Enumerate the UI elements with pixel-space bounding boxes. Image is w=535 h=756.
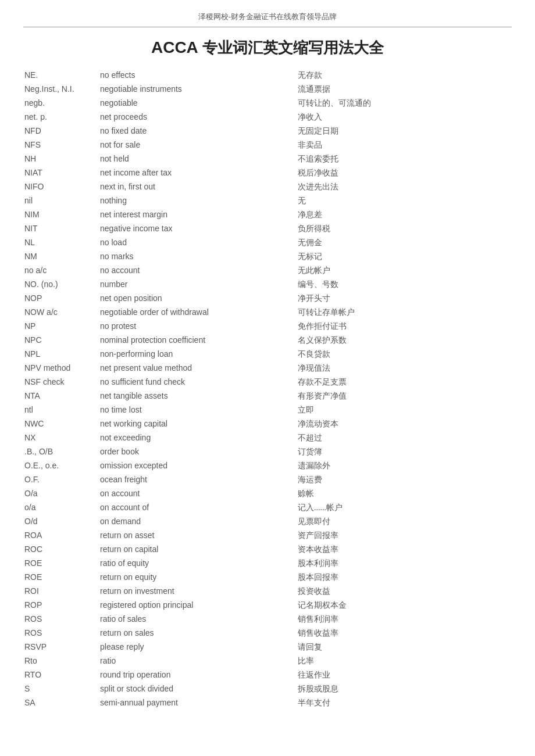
- cell-chinese: 比率: [297, 654, 512, 668]
- cell-english: net proceeds: [99, 110, 297, 124]
- cell-abbr: negb.: [23, 96, 99, 110]
- cell-english: return on asset: [99, 529, 297, 543]
- cell-chinese: 见票即付: [297, 515, 512, 529]
- cell-abbr: no a/c: [23, 264, 99, 278]
- table-row: O/aon account赊帐: [23, 487, 512, 501]
- cell-chinese: 免作拒付证书: [297, 320, 512, 334]
- table-row: NMno marks无标记: [23, 250, 512, 264]
- cell-abbr: NWC: [23, 417, 99, 431]
- table-row: ntlno time lost立即: [23, 403, 512, 417]
- cell-chinese: 无佣金: [297, 236, 512, 250]
- cell-chinese: 投资收益: [297, 585, 512, 599]
- table-row: NE.no effects无存款: [23, 69, 512, 83]
- table-row: NXnot exceeding不超过: [23, 431, 512, 445]
- table-row: ROEratio of equity股本利润率: [23, 557, 512, 571]
- table-row: RSVPplease reply请回复: [23, 640, 512, 654]
- cell-abbr: NOW a/c: [23, 306, 99, 320]
- table-row: NIFOnext in, first out次进先出法: [23, 180, 512, 194]
- cell-english: return on equity: [99, 571, 297, 585]
- cell-abbr: NO. (no.): [23, 278, 99, 292]
- table-row: O.F.ocean freight海运费: [23, 473, 512, 487]
- cell-chinese: 赊帐: [297, 487, 512, 501]
- cell-english: omission excepted: [99, 459, 297, 473]
- cell-chinese: 遗漏除外: [297, 459, 512, 473]
- cell-english: on demand: [99, 515, 297, 529]
- cell-abbr: S: [23, 682, 99, 696]
- cell-abbr: SA: [23, 696, 99, 710]
- cell-chinese: 股本回报率: [297, 571, 512, 585]
- cell-english: return on investment: [99, 585, 297, 599]
- cell-english: net working capital: [99, 417, 297, 431]
- table-row: NLno load无佣金: [23, 236, 512, 250]
- table-row: NSF checkno sufficient fund check存款不足支票: [23, 375, 512, 389]
- cell-english: order book: [99, 445, 297, 459]
- cell-english: on account: [99, 487, 297, 501]
- table-row: ROIreturn on investment投资收益: [23, 585, 512, 599]
- table-row: ROPregistered option principal记名期权本金: [23, 599, 512, 612]
- cell-abbr: O/d: [23, 515, 99, 529]
- cell-chinese: 无此帐户: [297, 264, 512, 278]
- cell-chinese: 非卖品: [297, 138, 512, 152]
- table-row: ROEreturn on equity股本回报率: [23, 571, 512, 585]
- cell-chinese: 销售收益率: [297, 626, 512, 640]
- cell-abbr: NIFO: [23, 180, 99, 194]
- table-row: ROSreturn on sales销售收益率: [23, 626, 512, 640]
- table-row: no a/cno account无此帐户: [23, 264, 512, 278]
- cell-abbr: O.E., o.e.: [23, 459, 99, 473]
- cell-chinese: 立即: [297, 403, 512, 417]
- table-row: ROCreturn on capital资本收益率: [23, 543, 512, 557]
- cell-english: no fixed date: [99, 124, 297, 138]
- table-row: NIMnet interest margin净息差: [23, 208, 512, 222]
- cell-english: no effects: [99, 69, 297, 83]
- cell-english: non-performing loan: [99, 347, 297, 361]
- cell-english: no account: [99, 264, 297, 278]
- cell-abbr: ROC: [23, 543, 99, 557]
- cell-abbr: RSVP: [23, 640, 99, 654]
- cell-abbr: O.F.: [23, 473, 99, 487]
- cell-english: ocean freight: [99, 473, 297, 487]
- cell-english: no marks: [99, 250, 297, 264]
- cell-chinese: 无存款: [297, 69, 512, 83]
- table-row: NOPnet open position净开头寸: [23, 292, 512, 306]
- table-row: O.E., o.e.omission excepted遗漏除外: [23, 459, 512, 473]
- cell-abbr: ROP: [23, 599, 99, 612]
- cell-abbr: Neg.Inst., N.I.: [23, 83, 99, 96]
- cell-english: no sufficient fund check: [99, 375, 297, 389]
- cell-abbr: net. p.: [23, 110, 99, 124]
- cell-chinese: 销售利润率: [297, 612, 512, 626]
- cell-abbr: NPC: [23, 334, 99, 347]
- table-row: negb.negotiable可转让的、可流通的: [23, 96, 512, 110]
- cell-chinese: 名义保护系数: [297, 334, 512, 347]
- cell-english: net income after tax: [99, 166, 297, 180]
- cell-english: not held: [99, 152, 297, 166]
- cell-english: on account of: [99, 501, 297, 515]
- cell-abbr: NE.: [23, 69, 99, 83]
- cell-abbr: NFD: [23, 124, 99, 138]
- page-title: ACCA 专业词汇英文缩写用法大全: [23, 38, 512, 58]
- cell-chinese: 资产回报率: [297, 529, 512, 543]
- cell-abbr: NX: [23, 431, 99, 445]
- cell-english: split or stock divided: [99, 682, 297, 696]
- cell-chinese: 净收入: [297, 110, 512, 124]
- cell-abbr: NTA: [23, 389, 99, 403]
- cell-chinese: 净开头寸: [297, 292, 512, 306]
- cell-abbr: .B., O/B: [23, 445, 99, 459]
- cell-english: ratio of equity: [99, 557, 297, 571]
- table-row: ROSratio of sales销售利润率: [23, 612, 512, 626]
- table-row: o/aon account of记入......帐户: [23, 501, 512, 515]
- cell-chinese: 无固定日期: [297, 124, 512, 138]
- cell-english: no protest: [99, 320, 297, 334]
- vocab-table: NE.no effects无存款Neg.Inst., N.I.negotiabl…: [23, 69, 512, 710]
- cell-abbr: NFS: [23, 138, 99, 152]
- table-row: NPV methodnet present value method净现值法: [23, 361, 512, 375]
- cell-chinese: 订货簿: [297, 445, 512, 459]
- table-row: NFSnot for sale非卖品: [23, 138, 512, 152]
- cell-chinese: 往返作业: [297, 668, 512, 682]
- table-row: NPLnon-performing loan不良贷款: [23, 347, 512, 361]
- cell-abbr: RTO: [23, 668, 99, 682]
- cell-chinese: 资本收益率: [297, 543, 512, 557]
- table-row: ROAreturn on asset资产回报率: [23, 529, 512, 543]
- cell-english: negotiable order of withdrawal: [99, 306, 297, 320]
- cell-english: semi-annual payment: [99, 696, 297, 710]
- cell-english: please reply: [99, 640, 297, 654]
